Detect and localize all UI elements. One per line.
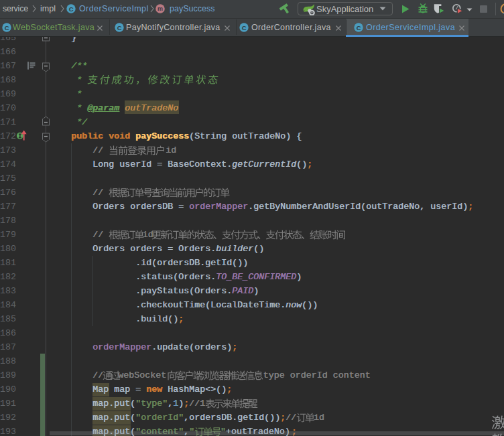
svg-text:C: C [5,24,9,31]
svg-text:m: m [157,5,162,12]
svg-text:C: C [357,24,361,31]
svg-text:C: C [69,5,74,13]
svg-text:C: C [117,24,122,31]
svg-text:C: C [242,24,247,31]
